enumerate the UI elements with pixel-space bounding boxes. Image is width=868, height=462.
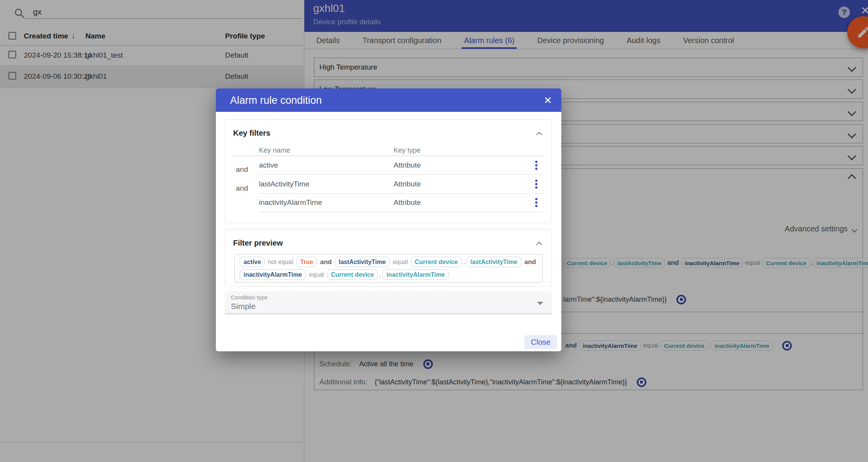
filter-preview-card: Filter preview activenot equalTrueandlas… [225, 229, 552, 287]
and-connector-label: and [236, 183, 248, 194]
key-filter-row[interactable]: inactivityAlarmTimeAttribute [259, 193, 543, 212]
key-filters-title: Key filters [233, 129, 270, 138]
screen: gx Created time↓ Name Profile type 2024-… [0, 0, 868, 462]
filter-preview-title: Filter preview [233, 239, 283, 248]
row-menu-icon[interactable] [535, 164, 537, 166]
key-name-value: inactivityAlarmTime [259, 193, 322, 212]
filter-chip: lastActivityTime [335, 257, 389, 267]
key-filter-row[interactable]: lastActivityTimeAttribute [259, 175, 543, 194]
collapse-section-icon[interactable] [536, 132, 542, 138]
condition-type-value: Simple [231, 302, 255, 311]
filter-preview-box: activenot equalTrueandlastActivityTimeeq… [234, 254, 543, 283]
key-name-value: active [259, 156, 278, 174]
operator-label: equal [393, 259, 408, 266]
alarm-rule-condition-dialog: Alarm rule condition ✕ Key filters Key n… [216, 88, 561, 351]
filter-chip: inactivityAlarmTime [382, 269, 449, 280]
filter-preview-line: activenot equalTrueandlastActivityTimeeq… [240, 257, 537, 267]
key-type-value: Attribute [394, 175, 421, 193]
filter-preview-line: inactivityAlarmTimeequalCurrent device.i… [240, 269, 537, 280]
row-menu-icon[interactable] [535, 201, 537, 204]
collapse-section-icon[interactable] [536, 242, 542, 248]
key-name-column-header: Key name [259, 146, 290, 155]
dot-separator: . [379, 271, 381, 278]
filter-chip: lastActivityTime [466, 257, 521, 267]
and-connector-label: and [524, 258, 536, 266]
key-type-value: Attribute [394, 193, 421, 212]
dialog-title: Alarm rule condition [230, 94, 322, 106]
dialog-header: Alarm rule condition ✕ [216, 88, 561, 112]
key-type-column-header: Key type [394, 146, 421, 155]
dialog-close-icon[interactable]: ✕ [544, 94, 552, 106]
filter-chip: Current device [327, 269, 378, 280]
and-connector-label: and [236, 164, 248, 175]
filter-chip: active [240, 257, 265, 267]
filter-chip: Current device [411, 257, 462, 267]
filter-chip: True [296, 257, 317, 267]
condition-type-select[interactable]: Condition type Simple [225, 291, 552, 314]
key-filters-card: Key filters Key name Key type activeAttr… [225, 119, 552, 223]
row-menu-icon[interactable] [535, 183, 537, 185]
operator-label: not equal [268, 259, 293, 266]
and-connector-label: and [320, 258, 332, 266]
select-arrow-icon [537, 302, 543, 305]
filter-chip: inactivityAlarmTime [240, 269, 306, 280]
dialog-close-button[interactable]: Close [524, 335, 557, 349]
key-type-value: Attribute [394, 156, 421, 174]
operator-label: equal [309, 271, 324, 278]
condition-type-label: Condition type [231, 294, 268, 301]
key-filter-row[interactable]: activeAttribute [259, 156, 543, 175]
key-name-value: lastActivityTime [259, 175, 309, 193]
dot-separator: . [463, 259, 465, 266]
